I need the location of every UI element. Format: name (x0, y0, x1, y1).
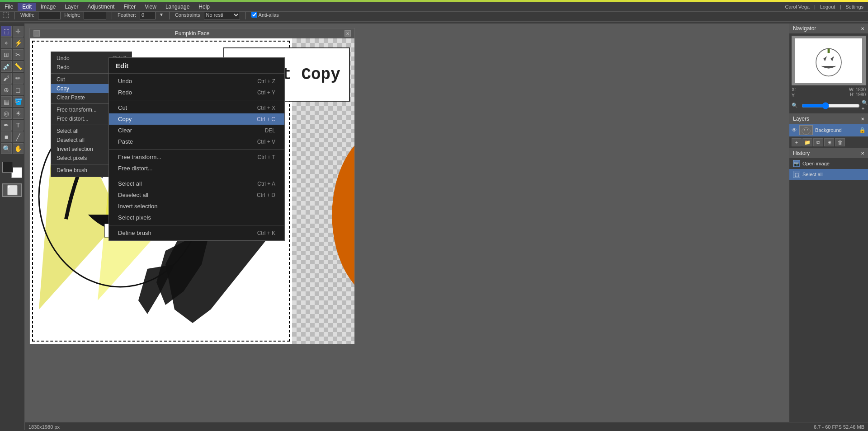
shape-tool[interactable]: ■ (1, 131, 12, 142)
layer-visibility-icon[interactable]: 👁 (792, 127, 797, 133)
fill-tool[interactable]: 🪣 (13, 96, 24, 107)
clear-item[interactable]: Clear DEL (109, 125, 284, 136)
menu-edit[interactable]: Edit (18, 3, 36, 11)
menu-adjustment[interactable]: Adjustment (83, 3, 119, 11)
paste-item[interactable]: Paste Ctrl + V (109, 136, 284, 147)
menu-layer[interactable]: Layer (60, 3, 83, 11)
zoom-tool[interactable]: 🔍 (1, 143, 12, 154)
y-label: Y: (792, 93, 796, 98)
lasso-tool[interactable]: ⌖ (1, 37, 12, 48)
add-layer-group-btn[interactable]: 📁 (802, 138, 812, 146)
selection-tool[interactable]: ⬚ (1, 26, 12, 37)
brush-options[interactable]: ⬜ (2, 183, 22, 197)
invert-selection-item[interactable]: Invert selection (109, 201, 284, 212)
cut-item[interactable]: Cut Ctrl + X (109, 102, 284, 113)
navigator-header[interactable]: Navigator ✕ (789, 23, 868, 33)
tool-row-7: ▦ 🪣 (1, 96, 24, 107)
separator2: | (840, 4, 841, 9)
define-brush-shortcut: Ctrl + K (257, 230, 275, 236)
history-header[interactable]: History ✕ (789, 148, 868, 158)
menubar: File Edit Image Layer Adjustment Filter … (0, 2, 868, 12)
layer-thumb-svg (800, 125, 812, 135)
navigator-preview-svg (811, 42, 847, 79)
free-transform-item[interactable]: Free transform... Ctrl + T (109, 151, 284, 163)
layer-copy-btn[interactable]: ⧉ (813, 138, 823, 146)
define-brush-item[interactable]: Define brush Ctrl + K (109, 227, 284, 239)
measure-tool[interactable]: 📏 (13, 61, 24, 72)
brush-tool[interactable]: 🖌 (1, 73, 12, 84)
deselect-all-item[interactable]: Deselect all Ctrl + D (109, 189, 284, 201)
gradient-tool[interactable]: ▦ (1, 96, 12, 107)
select-pixels-item[interactable]: Select pixels (109, 212, 284, 223)
feather-label: Feather: (118, 12, 136, 18)
ec-sep-3 (109, 176, 284, 176)
canvas-minimize-btn[interactable]: _ (33, 30, 40, 37)
svg-rect-19 (828, 49, 830, 53)
fg-color-swatch[interactable] (2, 162, 13, 173)
dodge-tool[interactable]: ☀ (13, 108, 24, 119)
tool-row-3: ⊞ ✂ (1, 49, 24, 60)
pencil-tool[interactable]: ✏ (13, 73, 24, 84)
feather-dropdown-icon[interactable]: ▼ (159, 12, 164, 17)
layer-merge-btn[interactable]: ⊞ (824, 138, 834, 146)
layer-lock-icon: 🔒 (859, 127, 866, 133)
svg-marker-21 (804, 128, 805, 131)
free-distort-item[interactable]: Free distort... (109, 163, 284, 174)
layers-content: 👁 Background 🔒 + 📁 ⧉ ⊞ 🗑 (789, 124, 868, 148)
antialiasing-checkbox[interactable] (251, 12, 257, 18)
layers-header[interactable]: Layers ✕ (789, 114, 868, 124)
ec-sep-1 (109, 100, 284, 100)
hand-tool[interactable]: ✋ (13, 143, 24, 154)
settings-link[interactable]: Settings (845, 4, 863, 9)
copy-label: Copy (118, 116, 132, 122)
clone-tool[interactable]: ⊕ (1, 84, 12, 95)
crop-tool[interactable]: ⊞ (1, 49, 12, 60)
history-item-select-all[interactable]: ⬚ Select all (789, 169, 868, 180)
undo-item[interactable]: Undo Ctrl + Z (109, 75, 284, 87)
logout-link[interactable]: Logout (820, 4, 835, 9)
layer-background[interactable]: 👁 Background 🔒 (789, 124, 868, 136)
redo-item[interactable]: Redo Ctrl + Y (109, 87, 284, 98)
history-item-open[interactable]: 📷 Open image (789, 158, 868, 169)
navigator-coords: X: Y: (792, 87, 799, 98)
navigator-close-icon[interactable]: ✕ (861, 26, 864, 31)
menu-view[interactable]: View (140, 3, 161, 11)
svg-point-10 (332, 128, 354, 303)
copy-shortcut: Ctrl + C (257, 116, 275, 122)
zoom-in-icon[interactable]: 🔍+ (862, 100, 868, 111)
canvas-close-btn[interactable]: ✕ (344, 30, 351, 37)
magic-wand-tool[interactable]: ⚡ (13, 37, 24, 48)
select-all-item[interactable]: Select all Ctrl + A (109, 178, 284, 189)
antialiasing-wrap[interactable]: Anti-alias (251, 12, 279, 18)
delete-layer-btn[interactable]: 🗑 (835, 138, 845, 146)
tool-row-11: 🔍 ✋ (1, 143, 24, 154)
menu-help[interactable]: Help (194, 3, 214, 11)
ec-sep-2 (109, 149, 284, 150)
menu-image[interactable]: Image (36, 3, 60, 11)
add-layer-btn[interactable]: + (792, 138, 802, 146)
user-info: Carol Vega | Logout | Settings (785, 4, 868, 9)
toolbox: ⬚ ✛ ⌖ ⚡ ⊞ ✂ 💉 📏 🖌 ✏ ⊕ ◻ ▦ 🪣 ◎ ☀ ✒ T ■ ╱ … (0, 23, 25, 430)
cut-shortcut: Ctrl + X (257, 105, 275, 111)
zoom-out-icon[interactable]: 🔍- (792, 103, 800, 108)
username: Carol Vega (785, 4, 809, 9)
blur-tool[interactable]: ◎ (1, 108, 12, 119)
eraser-tool[interactable]: ◻ (13, 84, 24, 95)
menu-filter[interactable]: Filter (119, 3, 140, 11)
layers-close-icon[interactable]: ✕ (861, 117, 864, 122)
zoom-controls: 🔍- 🔍+ 41 (792, 100, 866, 111)
copy-item[interactable]: Copy Ctrl + C (109, 113, 284, 125)
slice-tool[interactable]: ✂ (13, 49, 24, 60)
eyedropper-tool[interactable]: 💉 (1, 61, 12, 72)
line-tool[interactable]: ╱ (13, 131, 24, 142)
menu-language[interactable]: Language (161, 3, 194, 11)
zoom-slider[interactable] (802, 103, 860, 108)
history-select-label: Select all (802, 172, 823, 177)
history-close-icon[interactable]: ✕ (861, 151, 864, 156)
main-area: _ Pumpkin Face ✕ (25, 23, 868, 422)
menu-file[interactable]: File (0, 3, 18, 11)
pen-tool[interactable]: ✒ (1, 120, 12, 131)
text-tool[interactable]: T (13, 120, 24, 131)
clear-shortcut: DEL (265, 127, 275, 134)
move-tool[interactable]: ✛ (13, 26, 24, 37)
